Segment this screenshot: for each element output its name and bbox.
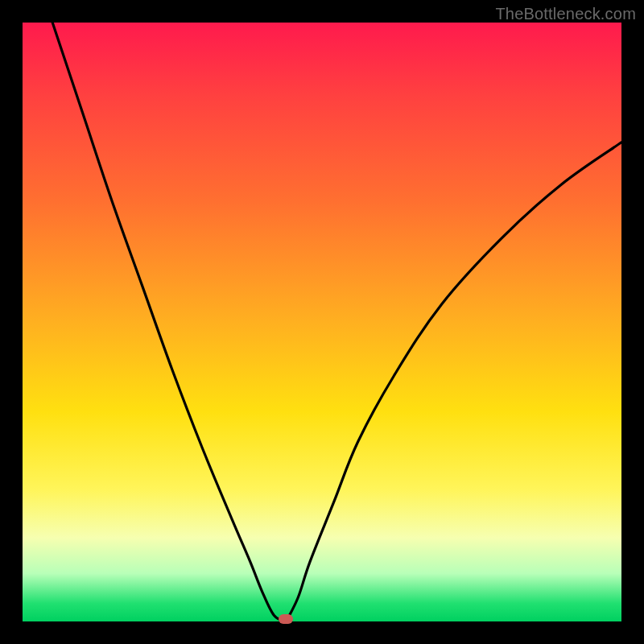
bottleneck-curve [23, 23, 621, 621]
watermark-text: TheBottleneck.com [495, 5, 636, 23]
vertex-marker [279, 614, 293, 624]
chart-frame: TheBottleneck.com [0, 0, 644, 644]
plot-area [23, 23, 621, 621]
